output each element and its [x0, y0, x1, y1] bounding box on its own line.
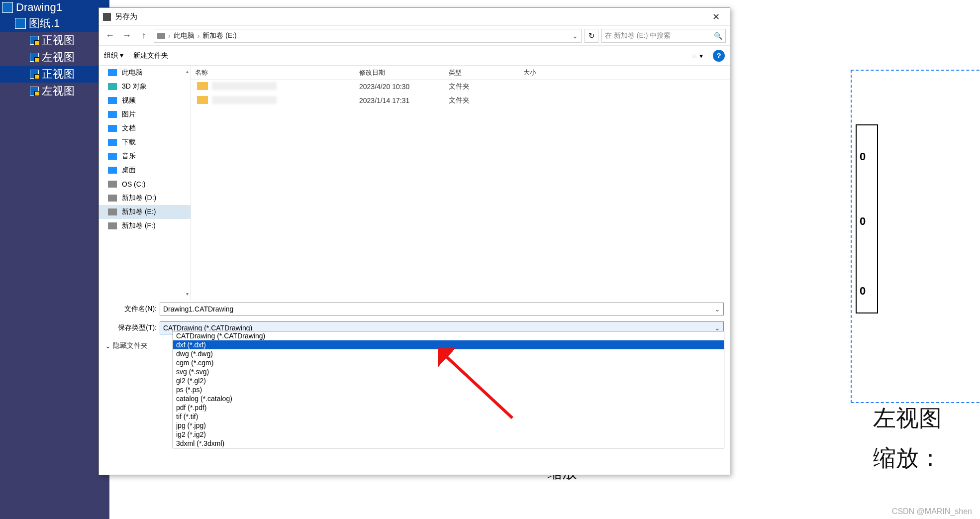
- filetype-option-7[interactable]: catalog (*.catalog): [173, 394, 724, 403]
- file-list-header: 名称 修改日期 类型 大小: [191, 66, 730, 80]
- filetype-option-1[interactable]: dxf (*.dxf): [173, 340, 724, 349]
- col-size[interactable]: 大小: [519, 68, 579, 77]
- tree-root[interactable]: Drawing1: [0, 0, 109, 15]
- nav-back-button[interactable]: ←: [103, 29, 117, 43]
- filetype-option-11[interactable]: ig2 (*.ig2): [173, 430, 724, 439]
- tools-row: 组织 ▾ 新建文件夹 ≣ ▾ ?: [99, 46, 730, 66]
- sidebar-item-icon: [108, 69, 117, 76]
- tree-sheet[interactable]: 图纸.1: [0, 15, 109, 32]
- tree-view-0[interactable]: 正视图: [0, 32, 109, 49]
- sidebar-item-7[interactable]: 桌面: [99, 163, 191, 177]
- filetype-option-5[interactable]: gl2 (*.gl2): [173, 376, 724, 385]
- file-row[interactable]: 2023/1/14 17:31文件夹: [191, 94, 730, 107]
- view-icon: [30, 53, 39, 62]
- sidebar-item-10[interactable]: 新加卷 (E:): [99, 205, 191, 219]
- dialog-close-button[interactable]: ✕: [706, 9, 726, 24]
- glyph: 0: [860, 285, 866, 298]
- col-name[interactable]: 名称: [191, 68, 355, 77]
- glyph: 0: [860, 150, 866, 163]
- file-date: 2023/1/14 17:31: [355, 97, 445, 104]
- nav-up-button[interactable]: ↑: [137, 29, 151, 43]
- help-button[interactable]: ?: [713, 50, 725, 62]
- sheet-icon: [15, 18, 26, 29]
- nav-row: ← → ↑ › 此电脑 › 新加卷 (E:) ⌄ ↻ 在 新加卷 (E:) 中搜…: [99, 26, 730, 46]
- filetype-option-9[interactable]: tif (*.tif): [173, 412, 724, 421]
- folder-icon: [197, 82, 208, 90]
- filename-input[interactable]: Drawing1.CATDrawing ⌄: [160, 303, 724, 315]
- sidebar-item-5[interactable]: 下载: [99, 135, 191, 149]
- view-icon: [30, 87, 39, 96]
- refresh-button[interactable]: ↻: [585, 29, 598, 43]
- filename-row: 文件名(N): Drawing1.CATDrawing ⌄: [99, 300, 730, 318]
- tree-root-label: Drawing1: [16, 1, 62, 14]
- sidebar-item-11[interactable]: 新加卷 (F:): [99, 219, 191, 233]
- crumb-sep: ›: [168, 32, 171, 40]
- tree-view-3-label: 左视图: [42, 84, 75, 99]
- drawing-icon: [2, 2, 13, 13]
- filetype-option-2[interactable]: dwg (*.dwg): [173, 349, 724, 358]
- file-type: 文件夹: [445, 82, 519, 91]
- sidebar-item-label: 新加卷 (E:): [122, 208, 156, 216]
- glyph: 0: [860, 215, 866, 228]
- filename-value: Drawing1.CATDrawing: [163, 305, 233, 313]
- view-label-1: 左视图: [873, 403, 942, 434]
- file-name-blurred: [212, 82, 277, 90]
- sidebar-item-9[interactable]: 新加卷 (D:): [99, 191, 191, 205]
- sidebar-item-label: 视频: [122, 96, 136, 105]
- tree-view-2-label: 正视图: [42, 67, 75, 82]
- crumb-pc[interactable]: 此电脑: [174, 31, 195, 40]
- folder-icon: [197, 96, 208, 104]
- dialog-titlebar: 另存为 ✕: [99, 8, 730, 26]
- tree-view-1[interactable]: 左视图: [0, 49, 109, 66]
- sidebar-item-8[interactable]: OS (C:): [99, 177, 191, 191]
- sidebar-item-label: 此电脑: [122, 68, 143, 77]
- chevron-down-icon: ⌄: [105, 342, 111, 350]
- sidebar-item-1[interactable]: 3D 对象: [99, 80, 191, 94]
- col-date[interactable]: 修改日期: [355, 68, 445, 77]
- tree-view-3[interactable]: 左视图: [0, 83, 109, 100]
- filetype-option-12[interactable]: 3dxml (*.3dxml): [173, 439, 724, 448]
- watermark: CSDN @MARIN_shen: [892, 507, 972, 516]
- col-type[interactable]: 类型: [445, 68, 519, 77]
- sidebar-item-label: 图片: [122, 110, 136, 119]
- search-input[interactable]: 在 新加卷 (E:) 中搜索 🔍: [601, 29, 726, 43]
- filetype-option-4[interactable]: svg (*.svg): [173, 367, 724, 376]
- sidebar-item-2[interactable]: 视频: [99, 94, 191, 107]
- sidebar-item-icon: [108, 139, 117, 146]
- sidebar-item-icon: [108, 125, 117, 132]
- dialog-body: 此电脑3D 对象视频图片文档下载音乐桌面OS (C:)新加卷 (D:)新加卷 (…: [99, 66, 730, 300]
- filetype-option-8[interactable]: pdf (*.pdf): [173, 403, 724, 412]
- nav-forward-button[interactable]: →: [120, 29, 134, 43]
- breadcrumb[interactable]: › 此电脑 › 新加卷 (E:) ⌄: [154, 29, 582, 43]
- sidebar-item-3[interactable]: 图片: [99, 107, 191, 121]
- filetype-option-0[interactable]: CATDrawing (*.CATDrawing): [173, 331, 724, 340]
- new-folder-button[interactable]: 新建文件夹: [133, 51, 168, 60]
- sidebar-item-label: 桌面: [122, 166, 136, 175]
- sidebar-item-label: 新加卷 (D:): [122, 194, 156, 203]
- sidebar-item-0[interactable]: 此电脑: [99, 66, 191, 80]
- tree-sheet-label: 图纸.1: [29, 16, 60, 31]
- tree-view-1-label: 左视图: [42, 50, 75, 65]
- tree-view-2[interactable]: 正视图: [0, 66, 109, 83]
- file-row[interactable]: 2023/4/20 10:30文件夹: [191, 80, 730, 94]
- crumb-drive[interactable]: 新加卷 (E:): [202, 31, 236, 40]
- view-label-2: 缩放：: [873, 443, 942, 474]
- sidebar-item-icon: [108, 153, 117, 160]
- crumb-drop-icon[interactable]: ⌄: [572, 32, 578, 40]
- search-placeholder: 在 新加卷 (E:) 中搜索: [605, 31, 671, 40]
- chevron-down-icon[interactable]: ⌄: [714, 305, 720, 313]
- dialog-title: 另存为: [115, 12, 706, 21]
- dialog-icon: [103, 13, 111, 21]
- filetype-option-6[interactable]: ps (*.ps): [173, 385, 724, 394]
- organize-button[interactable]: 组织 ▾: [104, 51, 123, 60]
- sidebar-scrollbar[interactable]: ▴▾: [185, 69, 190, 297]
- sidebar-item-icon: [108, 111, 117, 118]
- sidebar-item-label: 新加卷 (F:): [122, 221, 156, 230]
- view-options-button[interactable]: ≣ ▾: [691, 52, 703, 60]
- filetype-option-10[interactable]: jpg (*.jpg): [173, 421, 724, 430]
- filetype-option-3[interactable]: cgm (*.cgm): [173, 358, 724, 367]
- tree-view-0-label: 正视图: [42, 33, 75, 48]
- sidebar-item-4[interactable]: 文档: [99, 121, 191, 135]
- sidebar-item-6[interactable]: 音乐: [99, 149, 191, 163]
- sidebar-item-icon: [108, 222, 117, 229]
